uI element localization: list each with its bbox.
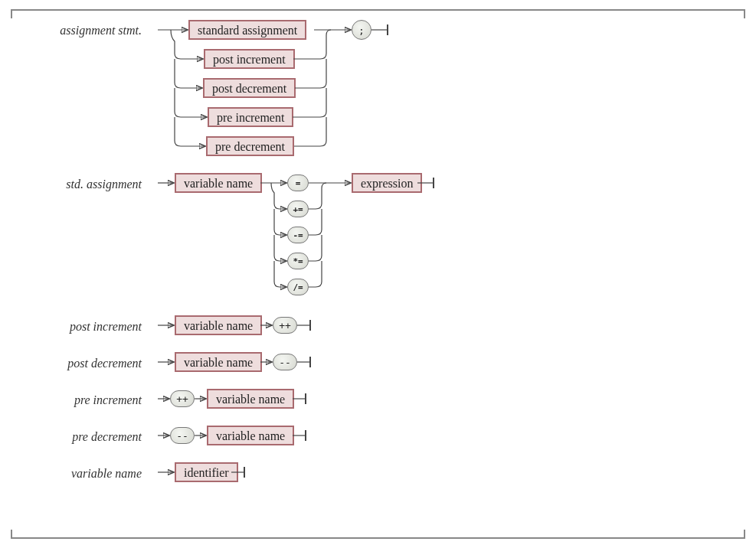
nonterminal-variable-name-predec: variable name bbox=[207, 426, 294, 445]
terminal-eq: = bbox=[287, 175, 309, 191]
railroad-diagram: assignment stmt. standard assignment pos… bbox=[0, 0, 756, 548]
end-bar bbox=[305, 430, 306, 441]
terminal-plusplus-post: ++ bbox=[273, 317, 297, 334]
end-bar bbox=[309, 320, 311, 331]
end-bar bbox=[387, 24, 388, 35]
end-bar bbox=[244, 467, 245, 478]
terminal-semicolon: ; bbox=[352, 20, 371, 40]
rule-label-pre-decrement: pre decrement bbox=[15, 430, 142, 444]
terminal-minuseq: -= bbox=[287, 227, 309, 243]
nonterminal-expression: expression bbox=[352, 173, 422, 193]
frame-top bbox=[11, 9, 745, 11]
terminal-minusminus-post: -- bbox=[273, 354, 297, 370]
terminal-pluseq: += bbox=[287, 201, 309, 217]
rule-label-assignment-stmt: assignment stmt. bbox=[15, 24, 142, 38]
nonterminal-variable-name-preinc: variable name bbox=[207, 389, 294, 409]
rule-label-variable-name: variable name bbox=[15, 467, 142, 481]
rule-label-pre-increment: pre increment bbox=[15, 393, 142, 407]
terminal-slasheq: /= bbox=[287, 279, 309, 295]
nonterminal-post-decrement-alt: post decrement bbox=[203, 78, 296, 98]
nonterminal-variable-name-postinc: variable name bbox=[175, 315, 262, 335]
nonterminal-variable-name-std: variable name bbox=[175, 173, 262, 193]
end-bar bbox=[433, 178, 434, 188]
terminal-minusminus-pre: -- bbox=[170, 427, 195, 444]
nonterminal-post-increment-alt: post increment bbox=[204, 49, 295, 69]
terminal-plusplus-pre: ++ bbox=[170, 390, 195, 407]
nonterminal-pre-decrement-alt: pre decrement bbox=[206, 136, 294, 156]
rule-label-post-decrement: post decrement bbox=[15, 357, 142, 370]
rule-label-std-assignment: std. assignment bbox=[15, 178, 142, 191]
end-bar bbox=[309, 357, 311, 367]
terminal-stareq: *= bbox=[287, 253, 309, 269]
rule-label-post-increment: post increment bbox=[15, 320, 142, 334]
nonterminal-variable-name-postdec: variable name bbox=[175, 352, 262, 372]
nonterminal-pre-increment-alt: pre increment bbox=[208, 107, 293, 127]
frame-bottom bbox=[11, 537, 745, 539]
nonterminal-standard-assignment: standard assignment bbox=[188, 20, 306, 40]
nonterminal-identifier: identifier bbox=[175, 462, 238, 482]
end-bar bbox=[305, 393, 306, 404]
